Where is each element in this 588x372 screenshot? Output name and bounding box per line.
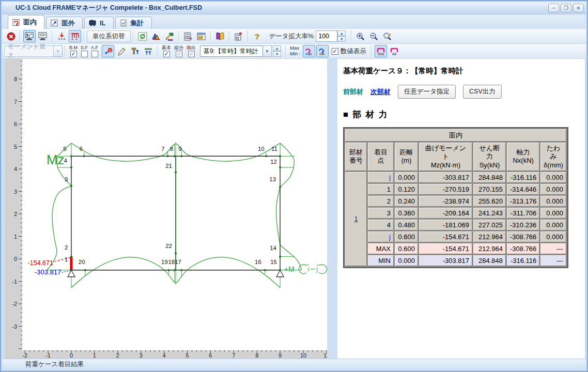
prev-member-link[interactable]: 前部材 bbox=[343, 87, 363, 97]
sf-checkbox-group: S.F ✓ bbox=[81, 45, 88, 57]
all-members-button[interactable]: All bbox=[388, 45, 400, 57]
separator bbox=[351, 30, 352, 42]
separator bbox=[285, 45, 286, 57]
af-checkbox[interactable]: ✓ bbox=[91, 51, 98, 57]
results-panel: 基本荷重ケース９：【常時】常時計 前部材 次部材 任意データ指定 CSV出力 ■… bbox=[337, 59, 585, 360]
case-up-button[interactable]: ▲ bbox=[273, 45, 281, 51]
load-display-button[interactable] bbox=[69, 30, 81, 42]
cell-sy: 284.848 bbox=[473, 172, 506, 183]
tab-out-of-plane[interactable]: 面外 bbox=[46, 17, 83, 29]
bm-checkbox-group: B.M ✓ bbox=[69, 45, 78, 57]
csv-export-button[interactable]: CSV出力 bbox=[463, 85, 502, 99]
section-cut-button[interactable] bbox=[55, 30, 68, 42]
zoom-in-button[interactable] bbox=[354, 30, 367, 42]
restore-button[interactable]: ❐ bbox=[561, 4, 571, 12]
title-bar[interactable]: UC-1 Cloud FRAMEマネージャ Compelete - Box_Cu… bbox=[2, 2, 586, 14]
basic-case-checkbox[interactable]: ✓ bbox=[163, 51, 170, 57]
tab-il[interactable]: IL bbox=[84, 17, 114, 29]
svg-text:6: 6 bbox=[14, 121, 17, 127]
calc-help-button[interactable] bbox=[233, 30, 245, 42]
tab-in-plane[interactable]: 面内 bbox=[8, 15, 44, 29]
next-member-link[interactable]: 次部材 bbox=[370, 87, 391, 97]
summary-icon bbox=[120, 20, 128, 26]
calculator-button[interactable]: P bbox=[182, 30, 194, 42]
member-no-link[interactable]: 1 bbox=[354, 215, 358, 223]
minimize-button[interactable]: ─ bbox=[548, 4, 559, 12]
node-label: 9 bbox=[178, 146, 181, 152]
zoom-out-button[interactable] bbox=[368, 30, 380, 42]
cell-defl: 0.000 bbox=[540, 172, 566, 183]
app-window: UC-1 Cloud FRAMEマネージャ Compelete - Box_Cu… bbox=[0, 0, 588, 372]
cell-defl: 0.000 bbox=[540, 220, 566, 230]
max-button[interactable]: max bbox=[303, 45, 315, 57]
cell-dist: 0.000 bbox=[395, 172, 418, 183]
help-icon[interactable]: ? bbox=[251, 30, 264, 42]
prev-result-button[interactable]: 2 bbox=[102, 45, 114, 57]
pick-annotate-button[interactable] bbox=[115, 45, 128, 57]
cell-nx: -316.116 bbox=[507, 172, 539, 183]
svg-text:1: 1 bbox=[14, 234, 17, 240]
separator bbox=[157, 45, 158, 57]
moment-diagram-panel[interactable]: -2-101234567891011-3-2-1012345678-154.67… bbox=[5, 59, 327, 360]
one-member-button[interactable]: One bbox=[375, 45, 387, 57]
cell-point[interactable]: i bbox=[368, 172, 394, 183]
svg-text:-1: -1 bbox=[45, 352, 51, 359]
svg-text:2: 2 bbox=[109, 48, 111, 52]
arbitrary-data-button[interactable]: 任意データ指定 bbox=[398, 85, 456, 99]
point-link[interactable]: j bbox=[389, 233, 391, 241]
chevron-down-icon[interactable]: ▼ bbox=[54, 45, 63, 57]
in-plane-icon bbox=[12, 19, 20, 26]
svg-text:4: 4 bbox=[14, 166, 17, 172]
basic-case-group: 基本 ✓ bbox=[162, 45, 171, 57]
scale-down-button[interactable]: ▼ bbox=[337, 36, 346, 42]
screen-save-button[interactable] bbox=[37, 30, 49, 42]
node-label: 19 bbox=[161, 259, 168, 265]
numeric-display-checkbox[interactable]: ✓ bbox=[332, 48, 338, 55]
status-text: 荷重ケース着目結果 bbox=[25, 360, 84, 369]
guide-book-button[interactable] bbox=[214, 30, 226, 42]
cell-nx: -311.706 bbox=[507, 208, 539, 219]
svg-text:0: 0 bbox=[14, 256, 17, 262]
cell-mz: -154.671 bbox=[419, 243, 472, 254]
draw-settings-button[interactable] bbox=[163, 30, 176, 42]
min-button[interactable]: min bbox=[316, 45, 329, 57]
cell-mz: -238.974 bbox=[419, 196, 472, 207]
bolt-up-button[interactable] bbox=[129, 45, 141, 57]
svg-text:0: 0 bbox=[70, 352, 73, 359]
load-case-select[interactable]: 基9:【常時】常時計 ▼ bbox=[200, 45, 272, 57]
case-down-button[interactable]: ▼ bbox=[273, 51, 281, 57]
cell-dist: 0.000 bbox=[395, 255, 418, 266]
separator bbox=[20, 30, 21, 42]
out-of-plane-icon bbox=[51, 20, 58, 26]
cell-point[interactable]: j bbox=[368, 231, 394, 242]
unit-toggle-button[interactable]: 単位系切替 bbox=[87, 30, 131, 42]
sf-checkbox[interactable]: ✓ bbox=[81, 51, 88, 57]
cancel-button[interactable] bbox=[5, 30, 17, 42]
scale-up-button[interactable]: ▲ bbox=[337, 30, 346, 36]
refresh-icon[interactable] bbox=[136, 30, 149, 42]
data-scale-input[interactable] bbox=[316, 30, 337, 42]
result-figure-button[interactable] bbox=[150, 30, 162, 42]
extract-case-checkbox: ✓ bbox=[188, 51, 195, 57]
close-button[interactable]: ✕ bbox=[573, 4, 584, 12]
point-link[interactable]: i bbox=[389, 174, 391, 181]
node-label: 7 bbox=[161, 146, 164, 152]
col-distance: 距離 (m) bbox=[395, 143, 418, 171]
table-row: 1i0.000-303.817284.848-316.1160.000 bbox=[345, 172, 566, 183]
table-row: 30.360-209.164241.243-311.7060.000 bbox=[345, 208, 566, 219]
screen-display-button[interactable] bbox=[23, 30, 36, 42]
zoom-reset-button[interactable] bbox=[381, 30, 394, 42]
preview-button[interactable] bbox=[195, 30, 208, 42]
cell-defl: 0.000 bbox=[540, 184, 566, 195]
cell-sy: 284.848 bbox=[473, 255, 506, 266]
separator bbox=[84, 30, 85, 42]
chevron-down-icon[interactable]: ▼ bbox=[263, 45, 272, 57]
bm-checkbox[interactable]: ✓ bbox=[70, 51, 77, 57]
tab-summary[interactable]: 集計 bbox=[115, 17, 152, 29]
mode-select[interactable]: モーメント最大 ▼ bbox=[4, 45, 63, 57]
table-row: MIN0.000-303.817284.848-316.116--- bbox=[345, 255, 566, 266]
node-label: 11 bbox=[271, 146, 277, 152]
layers-up-button[interactable] bbox=[142, 45, 154, 57]
cell-mz: -181.069 bbox=[419, 220, 472, 230]
node-label: 3 bbox=[65, 176, 68, 182]
